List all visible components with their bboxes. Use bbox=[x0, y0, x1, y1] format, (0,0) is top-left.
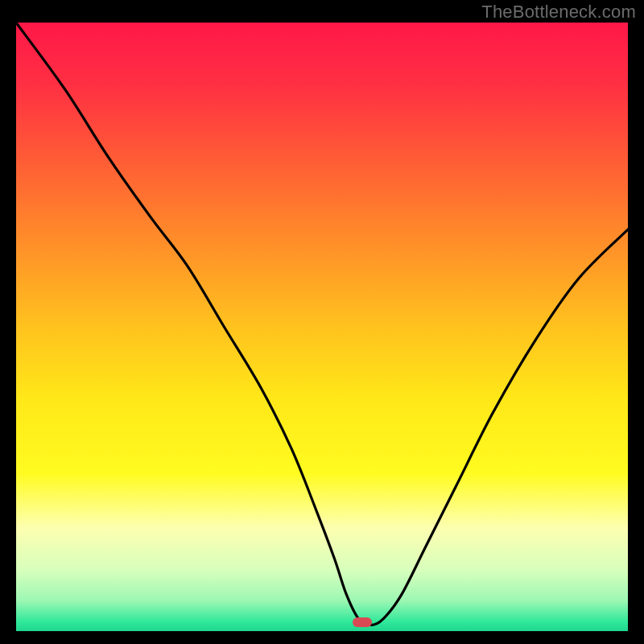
plot-area bbox=[16, 23, 628, 631]
bottleneck-curve bbox=[16, 23, 628, 631]
chart-frame: TheBottleneck.com bbox=[0, 0, 644, 644]
optimal-marker bbox=[353, 617, 372, 627]
watermark-text: TheBottleneck.com bbox=[481, 2, 636, 23]
